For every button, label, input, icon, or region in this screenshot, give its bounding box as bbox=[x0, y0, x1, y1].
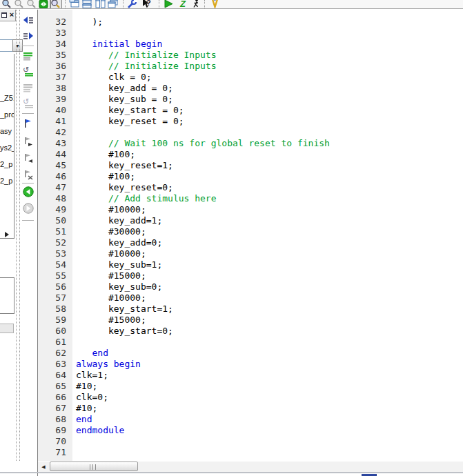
code-line[interactable]: 69endmodule bbox=[38, 425, 463, 436]
code-line[interactable]: 36 // Initialize Inputs bbox=[38, 61, 463, 72]
toolbar-separator bbox=[123, 0, 124, 8]
code-line[interactable]: 33 bbox=[38, 28, 463, 39]
zoom-in-icon[interactable] bbox=[1, 0, 12, 9]
tile-vertical-icon[interactable] bbox=[95, 0, 106, 9]
code-line[interactable]: 60 key_start=0; bbox=[38, 326, 463, 337]
bookmark-next-icon[interactable] bbox=[22, 136, 35, 148]
toolbar-separator bbox=[22, 46, 34, 46]
zoom-selection-icon[interactable] bbox=[26, 0, 37, 9]
line-content: key_reset=1; bbox=[72, 160, 173, 171]
code-line[interactable]: 44 #100; bbox=[38, 149, 463, 160]
new-window-icon[interactable] bbox=[69, 0, 81, 9]
dock-list-item[interactable]: 2_p bbox=[0, 177, 14, 186]
cascade-windows-icon[interactable] bbox=[107, 0, 119, 9]
uncomment-undo-icon[interactable]: ↺ bbox=[22, 97, 35, 110]
line-content: clk = 0; bbox=[72, 72, 152, 83]
code-line[interactable]: 64clk=1; bbox=[38, 370, 463, 381]
code-line[interactable]: 62 end bbox=[38, 348, 463, 359]
close-panel-icon[interactable]: × bbox=[8, 10, 15, 19]
refresh-icon[interactable] bbox=[38, 0, 50, 9]
search-icon[interactable] bbox=[50, 0, 62, 9]
dock-splitter[interactable] bbox=[16, 10, 20, 461]
code-line[interactable]: 57 #10000; bbox=[38, 292, 463, 304]
dock-list-item[interactable]: asy bbox=[0, 127, 14, 137]
scrollbar-thumb[interactable] bbox=[50, 462, 138, 471]
code-line[interactable]: 39 key_sub = 0; bbox=[38, 94, 463, 105]
code-line[interactable]: 55 #15000; bbox=[38, 270, 463, 281]
line-number: 49 bbox=[38, 204, 72, 215]
line-number: 63 bbox=[38, 359, 72, 370]
comment-undo-icon[interactable]: ↺ bbox=[22, 66, 35, 78]
dock-list-item[interactable]: _Z51 bbox=[0, 94, 14, 103]
line-content: // Wait 100 ns for global reset to finis… bbox=[72, 138, 330, 149]
code-line[interactable]: 38 key_add = 0; bbox=[38, 83, 463, 94]
line-number: 50 bbox=[38, 215, 72, 226]
line-number: 70 bbox=[38, 436, 72, 447]
code-line[interactable]: 61 bbox=[38, 337, 463, 348]
line-number: 59 bbox=[38, 315, 72, 326]
code-line[interactable]: 50 key_add=1; bbox=[38, 215, 463, 226]
line-content: initial begin bbox=[72, 39, 162, 50]
code-line[interactable]: 46 #100; bbox=[38, 171, 463, 182]
line-content bbox=[72, 127, 76, 138]
line-content: endmodule bbox=[72, 425, 124, 436]
bookmark-prev-icon[interactable] bbox=[22, 152, 35, 165]
code-line[interactable]: 40 key_start = 0; bbox=[38, 105, 463, 116]
code-line[interactable]: 66clk=0; bbox=[38, 392, 463, 403]
code-line[interactable]: 59 #15000; bbox=[38, 315, 463, 326]
code-line[interactable]: 53 #10000; bbox=[38, 248, 463, 259]
code-line[interactable]: 70 bbox=[38, 436, 463, 447]
tools-icon[interactable] bbox=[126, 0, 138, 9]
code-line[interactable]: 35 // Initialize Inputs bbox=[38, 50, 463, 61]
scroll-left-icon[interactable]: ◀ bbox=[39, 462, 48, 471]
indent-icon[interactable] bbox=[22, 30, 35, 42]
comment-icon[interactable] bbox=[22, 50, 35, 62]
code-line[interactable]: 65#10; bbox=[38, 381, 463, 392]
bookmark-toggle-icon[interactable] bbox=[22, 117, 35, 130]
code-line[interactable]: 52 key_add=0; bbox=[38, 237, 463, 248]
code-line[interactable]: 68end bbox=[38, 414, 463, 425]
code-line[interactable]: 37 clk = 0; bbox=[38, 72, 463, 83]
code-line[interactable]: 51 #30000; bbox=[38, 226, 463, 237]
forward-icon[interactable] bbox=[22, 202, 35, 215]
line-content: key_add=1; bbox=[72, 215, 162, 226]
run-icon[interactable] bbox=[163, 0, 175, 9]
hint-icon[interactable] bbox=[209, 0, 221, 9]
dock-list-item[interactable]: _pro bbox=[0, 110, 14, 120]
code-line[interactable]: 43 // Wait 100 ns for global reset to fi… bbox=[38, 138, 463, 149]
line-number: 71 bbox=[38, 447, 72, 458]
code-line[interactable]: 34 initial begin bbox=[38, 39, 463, 50]
code-line[interactable]: 58 key_start=1; bbox=[38, 304, 463, 315]
code-line[interactable]: 45 key_reset=1; bbox=[38, 160, 463, 171]
code-line[interactable]: 71 bbox=[38, 447, 463, 458]
dock-lower-panel bbox=[0, 277, 14, 314]
run-for-time-icon[interactable] bbox=[190, 0, 202, 9]
code-line[interactable]: 54 key_sub=1; bbox=[38, 259, 463, 270]
tile-horizontal-icon[interactable] bbox=[81, 0, 93, 9]
code-line[interactable]: 41 key_reset = 0; bbox=[38, 116, 463, 127]
dock-combobox[interactable] bbox=[0, 39, 13, 52]
zoom-out-icon[interactable] bbox=[13, 0, 25, 9]
code-line[interactable]: 56 key_sub=0; bbox=[38, 281, 463, 292]
code-line[interactable]: 67#10; bbox=[38, 403, 463, 414]
back-icon[interactable] bbox=[22, 186, 35, 198]
outdent-icon[interactable] bbox=[22, 14, 35, 26]
line-number: 32 bbox=[38, 17, 72, 28]
code-lines[interactable]: 32 );3334 initial begin35 // Initialize … bbox=[38, 17, 463, 458]
code-line[interactable]: 63always begin bbox=[38, 359, 463, 370]
code-line[interactable]: 48 // Add stimulus here bbox=[38, 193, 463, 204]
whats-this-icon[interactable]: ? bbox=[141, 0, 152, 9]
code-line[interactable]: 47 key_reset=0; bbox=[38, 182, 463, 193]
code-line[interactable]: 49 #10000; bbox=[38, 204, 463, 215]
code-line[interactable]: 42 bbox=[38, 127, 463, 138]
code-line[interactable]: 32 ); bbox=[38, 17, 463, 28]
scroll-right-icon[interactable] bbox=[5, 232, 9, 237]
uncomment-icon[interactable] bbox=[22, 81, 35, 94]
line-number: 41 bbox=[38, 116, 72, 127]
float-panel-icon[interactable] bbox=[1, 12, 7, 18]
bookmark-clear-icon[interactable] bbox=[22, 169, 35, 181]
dock-list-item[interactable]: 2_p bbox=[0, 160, 14, 170]
horizontal-scrollbar[interactable]: ◀ bbox=[38, 462, 463, 472]
dock-list-item[interactable]: ys2_ bbox=[0, 143, 14, 153]
run-all-icon[interactable]: Z bbox=[178, 0, 190, 9]
